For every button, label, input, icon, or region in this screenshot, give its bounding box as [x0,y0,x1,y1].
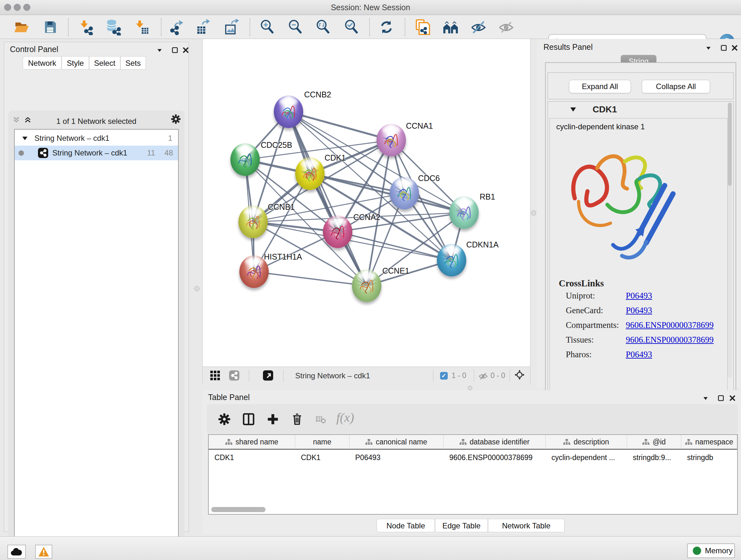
control-panel-close-icon[interactable] [180,45,191,56]
birds-eye-view-icon[interactable] [514,369,525,380]
network-node-cdc6[interactable] [390,177,419,209]
network-node-ccnb1[interactable] [239,206,268,238]
right-splitter-handle[interactable] [531,210,536,215]
current-network-dot-icon [18,150,24,156]
node-entry-header[interactable]: CDK1 [548,102,733,118]
expand-all-button[interactable]: Expand All [569,80,631,93]
network-node-cdc25b[interactable] [230,143,260,176]
function-builder-icon[interactable]: f(x) [336,410,354,425]
export-image-icon[interactable] [222,19,240,36]
window-close-button[interactable] [4,4,11,11]
import-table-file-icon[interactable] [133,19,150,36]
warnings-button[interactable] [35,545,52,559]
crosslink-link[interactable]: 9606.ENSP00000378699 [626,335,714,345]
column-header-canonical-name[interactable]: canonical name [349,435,444,449]
network-node-ccne1[interactable] [352,269,381,302]
column-header--id[interactable]: @id [627,435,681,449]
grid-view-icon[interactable] [210,370,220,381]
tab-style[interactable]: Style [62,56,89,70]
edge-HIST1H1A-CCNE1[interactable] [254,272,367,286]
first-neighbors-icon[interactable] [442,19,459,36]
table-cell[interactable]: stringdb:9... [627,450,681,465]
tab-sets[interactable]: Sets [120,56,146,70]
zoom-in-icon[interactable] [259,19,276,36]
import-network-database-icon[interactable] [105,19,122,36]
table-cell[interactable]: CDK1 [209,450,295,465]
node-label-hist1h1a: HIST1H1A [264,252,302,261]
tab-network-table[interactable]: Network Table [488,519,564,532]
column-header-database-identifier[interactable]: database identifier [444,435,546,449]
tab-network[interactable]: Network [23,56,62,70]
crosslink-link[interactable]: P06493 [626,306,652,315]
tab-node-table[interactable]: Node Table [377,519,435,532]
table-cell[interactable]: P06493 [349,450,444,465]
control-panel-float-icon[interactable] [170,45,180,56]
entry-collapse-icon[interactable] [569,107,577,112]
tab-edge-table[interactable]: Edge Table [435,519,488,532]
network-node-ccnb2[interactable] [274,96,303,128]
table-panel-float-icon[interactable] [716,393,726,403]
table-cell[interactable]: CDK1 [295,450,349,465]
zoom-fit-icon[interactable] [315,19,332,36]
save-session-icon[interactable] [42,19,59,36]
network-row-selected[interactable]: String Network – cdk1 11 48 [15,145,178,160]
export-table-icon[interactable] [194,19,211,36]
table-cell[interactable]: 9606.ENSP00000378699 [444,450,546,465]
network-node-ccna2[interactable] [323,215,352,248]
refresh-view-icon[interactable] [378,19,395,36]
results-panel-close-icon[interactable] [729,43,740,53]
network-node-rb1[interactable] [449,196,479,229]
node-results-box: CDK1 cyclin-dependent kinase 1 [548,101,734,398]
table-cell[interactable]: cyclin-dependent ... [546,450,627,465]
crosslink-link[interactable]: 9606.ENSP00000378699 [626,320,714,330]
node-table[interactable]: shared namenamecanonical namedatabase id… [208,434,738,515]
collection-expand-icon[interactable] [22,135,28,141]
table-panel-menu-icon[interactable] [700,393,711,403]
control-panel-menu-icon[interactable] [154,45,165,56]
detach-view-icon[interactable] [263,370,273,381]
string-view-icon[interactable] [229,370,240,381]
column-header-namespace[interactable]: namespace [681,435,737,449]
column-header-name[interactable]: name [295,435,349,449]
memory-button[interactable]: Memory [687,543,735,558]
left-splitter-handle[interactable] [194,286,199,291]
zoom-out-icon[interactable] [287,19,304,36]
selected-nodes-checkbox[interactable]: ✓ [440,372,448,380]
table-settings-gear-icon[interactable] [216,411,232,427]
copy-string-network-icon[interactable] [413,19,430,36]
window-zoom-button[interactable] [23,4,30,11]
export-network-icon[interactable] [167,19,184,36]
delete-column-icon[interactable] [289,411,305,427]
protein-structure-image [559,138,687,272]
results-scrollbar[interactable] [728,102,732,378]
table-cell[interactable]: stringdb [681,450,737,465]
table-hscroll-thumb[interactable] [211,507,266,512]
window-minimize-button[interactable] [14,4,21,11]
results-panel-float-icon[interactable] [718,43,729,53]
tab-select[interactable]: Select [89,56,120,70]
column-header-description[interactable]: description [546,435,627,449]
results-panel-menu-icon[interactable] [703,43,714,53]
network-options-gear-icon[interactable] [171,114,181,125]
create-column-icon[interactable] [265,411,281,427]
hidden-eye-icon[interactable] [478,371,488,381]
network-node-cdk1[interactable] [295,158,325,190]
crosslink-link[interactable]: P06493 [626,291,652,301]
network-node-cdkn1a[interactable] [437,244,466,276]
crosslink-link[interactable]: P06493 [626,350,652,360]
collapse-all-button[interactable]: Collapse All [642,80,710,93]
open-session-icon[interactable] [13,19,30,36]
table-panel-close-icon[interactable] [727,393,738,403]
zoom-selected-icon[interactable] [343,19,360,36]
delete-table-icon[interactable] [313,411,329,427]
network-collection-row[interactable]: String Network – cdk1 1 [15,131,178,145]
cloud-status-button[interactable] [7,545,26,559]
network-node-ccna1[interactable] [377,124,406,157]
network-canvas[interactable]: CCNB2CCNA1CDC25BCDK1CDC6RB1CCNB1CCNA2CDK… [202,39,530,367]
show-all-icon[interactable] [497,19,515,36]
hide-selected-icon[interactable] [470,19,487,36]
column-header-shared-name[interactable]: shared name [209,435,295,449]
bottom-splitter-handle[interactable] [468,386,472,390]
show-columns-icon[interactable] [241,411,257,427]
import-network-file-icon[interactable] [77,19,95,36]
